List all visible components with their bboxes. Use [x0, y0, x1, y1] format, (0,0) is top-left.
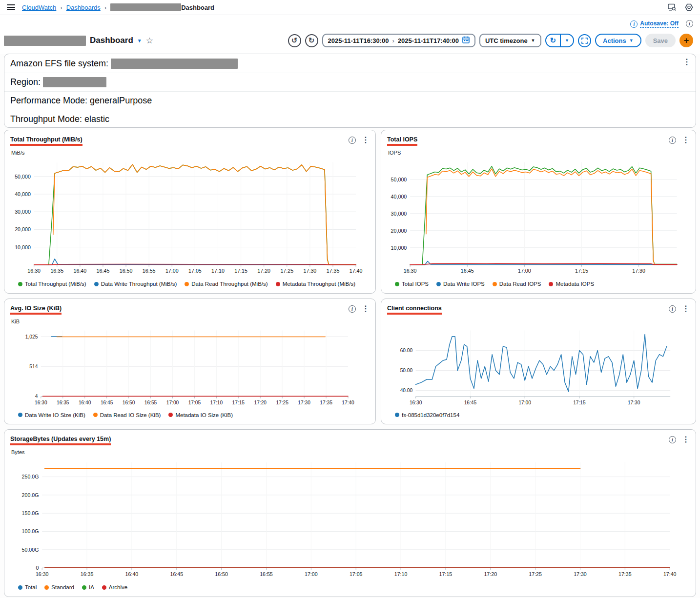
undo-button[interactable]: ↺	[288, 34, 301, 47]
redacted-region	[43, 77, 106, 87]
chart-legend: Total Throughput (MiB/s)Data Write Throu…	[4, 279, 375, 289]
svg-text:10,000: 10,000	[391, 244, 407, 250]
save-button[interactable]: Save	[645, 34, 676, 47]
svg-text:16:30: 16:30	[410, 399, 422, 405]
svg-text:17:35: 17:35	[618, 571, 632, 577]
refresh-dropdown[interactable]: ▼	[560, 35, 573, 46]
svg-text:16:55: 16:55	[260, 571, 273, 577]
time-from[interactable]: 2025-11-11T16:30:00	[328, 37, 389, 44]
info-icon[interactable]: i	[669, 436, 676, 443]
breadcrumb-separator: ›	[60, 4, 62, 11]
legend-swatch-icon	[436, 282, 441, 286]
efs-file-system-line: Amazon EFS file system:	[4, 54, 696, 73]
svg-text:40,000: 40,000	[15, 191, 31, 197]
breadcrumb-cloudwatch-link[interactable]: CloudWatch	[22, 4, 56, 11]
timezone-selector[interactable]: UTC timezone ▼	[479, 34, 541, 47]
chevron-down-icon: ▼	[531, 38, 535, 43]
info-icon[interactable]: i	[349, 137, 356, 144]
svg-text:20,000: 20,000	[15, 226, 31, 232]
svg-text:60.00: 60.00	[400, 348, 413, 353]
chevron-down-icon[interactable]: ▼	[137, 38, 142, 43]
svg-text:17:10: 17:10	[210, 399, 223, 405]
svg-text:17:05: 17:05	[350, 571, 363, 577]
svg-text:514: 514	[29, 364, 38, 369]
add-widget-button[interactable]: +	[679, 34, 693, 47]
breadcrumb-dashboards-link[interactable]: Dashboards	[66, 4, 101, 11]
legend-item[interactable]: Total IOPS	[395, 281, 429, 287]
chart-canvas[interactable]: 050.00G100.0G150.0G200.0G250.0G16:3016:3…	[4, 458, 685, 581]
widget-menu-icon[interactable]: ⋮	[361, 305, 371, 313]
svg-text:250.0G: 250.0G	[22, 474, 39, 480]
svg-text:1,025: 1,025	[25, 334, 38, 339]
widget-menu-icon[interactable]: ⋮	[681, 436, 691, 443]
legend-item[interactable]: fs-085d1d320e0f7d154	[395, 412, 459, 418]
legend-label: Metadata IO Size (KiB)	[175, 412, 233, 418]
legend-item[interactable]: Data Write IO Size (KiB)	[18, 412, 85, 418]
legend-item[interactable]: Metadata IOPS	[549, 281, 594, 287]
svg-text:30,000: 30,000	[15, 209, 31, 215]
refresh-button[interactable]: ↻	[546, 35, 560, 46]
legend-label: Data Read Throughput (MiB/s)	[191, 281, 268, 287]
legend-item[interactable]: IA	[82, 584, 94, 590]
legend-item[interactable]: Data Read IO Size (KiB)	[93, 412, 161, 418]
info-icon[interactable]: i	[686, 20, 693, 27]
fullscreen-button[interactable]	[578, 34, 591, 47]
svg-text:16:45: 16:45	[97, 268, 110, 274]
svg-text:16:45: 16:45	[461, 268, 474, 274]
cloudshell-icon[interactable]	[668, 3, 676, 11]
svg-text:16:45: 16:45	[464, 399, 477, 405]
actions-menu-button[interactable]: Actions ▼	[595, 34, 641, 47]
legend-item[interactable]: Data Write Throughput (MiB/s)	[94, 281, 177, 287]
info-icon[interactable]: i	[349, 305, 356, 313]
svg-text:17:40: 17:40	[350, 268, 363, 274]
autosave-status: i Autosave: Off	[630, 20, 679, 28]
legend-item[interactable]: Data Read IOPS	[493, 281, 541, 287]
legend-swatch-icon	[18, 413, 22, 417]
redacted-file-system-id	[111, 59, 238, 69]
page-title: Dashboard	[90, 36, 133, 45]
chevron-down-icon: ▼	[629, 38, 634, 43]
svg-text:16:35: 16:35	[81, 571, 94, 577]
info-icon[interactable]: i	[669, 305, 676, 313]
dashboard-controls: ↺ ↻ 2025-11-11T16:30:00 › 2025-11-11T17:…	[288, 34, 694, 47]
svg-text:16:50: 16:50	[215, 571, 228, 577]
chart-canvas[interactable]: 40.0050.0060.0016:3016:4517:0017:1517:30	[381, 327, 685, 409]
legend-item[interactable]: Standard	[44, 584, 74, 590]
chart-canvas[interactable]: 10,00020,00030,00040,00050,00016:3016:35…	[4, 159, 365, 278]
widget-title: Total IOPS	[387, 136, 417, 146]
legend-item[interactable]: Data Write IOPS	[436, 281, 485, 287]
svg-text:16:50: 16:50	[120, 268, 133, 274]
legend-item[interactable]: Archive	[102, 584, 127, 590]
redo-button[interactable]: ↻	[305, 34, 318, 47]
widget-menu-icon[interactable]: ⋮	[682, 58, 692, 66]
redacted-dashboard-title	[4, 36, 86, 46]
legend-item[interactable]: Data Read Throughput (MiB/s)	[185, 281, 268, 287]
time-range-separator: ›	[392, 37, 394, 44]
widget-menu-icon[interactable]: ⋮	[681, 136, 691, 144]
widget-menu-icon[interactable]: ⋮	[361, 136, 371, 144]
chart-canvas[interactable]: 10,00020,00030,00040,00050,00016:3016:45…	[381, 159, 685, 278]
legend-label: Total Throughput (MiB/s)	[25, 281, 86, 287]
favorite-star-icon[interactable]: ☆	[146, 37, 153, 45]
hamburger-menu-icon[interactable]	[7, 4, 15, 10]
legend-item[interactable]: Total	[18, 584, 37, 590]
time-range-picker[interactable]: 2025-11-11T16:30:00 › 2025-11-11T17:40:0…	[322, 34, 475, 47]
info-icon[interactable]: i	[669, 137, 676, 144]
legend-item[interactable]: Metadata Throughput (MiB/s)	[276, 281, 355, 287]
calendar-icon[interactable]	[462, 36, 470, 45]
time-to[interactable]: 2025-11-11T17:40:00	[398, 37, 459, 44]
legend-item[interactable]: Total Throughput (MiB/s)	[18, 281, 86, 287]
widget-menu-icon[interactable]: ⋮	[681, 305, 691, 313]
info-icon[interactable]: i	[630, 20, 638, 28]
legend-item[interactable]: Metadata IO Size (KiB)	[168, 412, 233, 418]
svg-text:16:30: 16:30	[35, 399, 47, 405]
svg-text:16:40: 16:40	[125, 571, 139, 577]
svg-text:16:35: 16:35	[50, 268, 63, 274]
legend-swatch-icon	[493, 282, 497, 286]
breadcrumb-bar: CloudWatch › Dashboards › Dashboard	[0, 0, 700, 15]
svg-text:16:40: 16:40	[79, 399, 91, 405]
autosave-label[interactable]: Autosave: Off	[640, 20, 679, 28]
chart-canvas[interactable]: 45141,02516:3016:3516:4016:4516:5016:551…	[4, 327, 365, 409]
throughput-mode-line: Throughput Mode: elastic	[4, 110, 696, 128]
health-hexagon-icon[interactable]	[685, 3, 693, 11]
